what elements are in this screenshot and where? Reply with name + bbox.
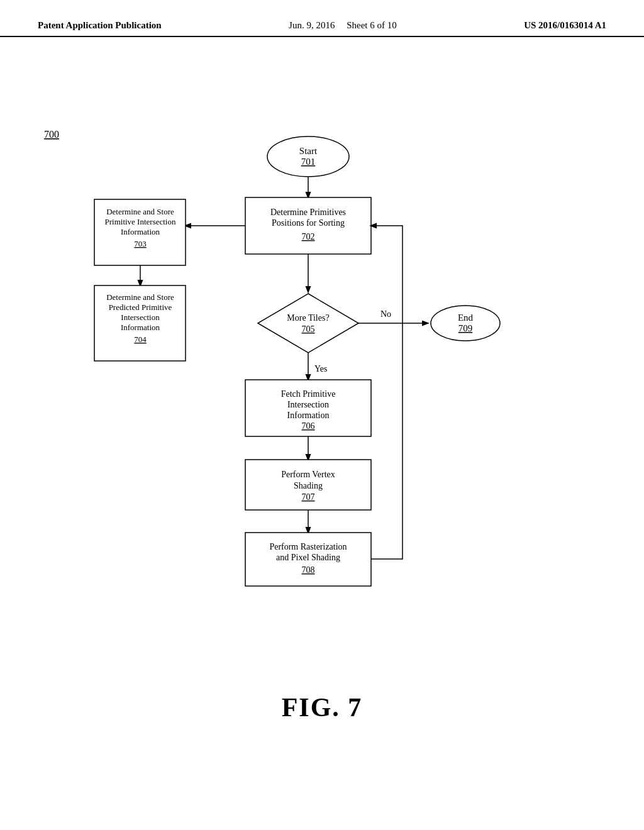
page-header: Patent Application Publication Jun. 9, 2… <box>0 0 644 37</box>
node-705 <box>258 294 358 353</box>
node-703-line3: Information <box>121 227 160 236</box>
flowchart-svg: 700 Start 701 Determine Primitives Posit… <box>38 100 591 729</box>
end-label: End <box>458 313 474 323</box>
node-704-line3: Intersection <box>121 313 160 322</box>
node-706-line2: Intersection <box>287 400 329 409</box>
node-702-ref: 702 <box>302 232 315 241</box>
node-705-ref: 705 <box>302 324 315 334</box>
figure-label: FIG. 7 <box>282 692 363 722</box>
node-704-ref: 704 <box>134 335 147 344</box>
publication-title: Patent Application Publication <box>38 20 162 31</box>
node-707-ref: 707 <box>302 492 315 502</box>
node-703-line2: Primitive Intersection <box>104 217 176 226</box>
yes-label: Yes <box>314 364 327 374</box>
publication-date: Jun. 9, 2016 <box>289 20 335 30</box>
feedback-arrow <box>371 226 402 559</box>
node-707-line1: Perform Vertex <box>281 470 335 479</box>
no-label: No <box>380 309 391 319</box>
node-708-ref: 708 <box>302 565 315 575</box>
node-708-line1: Perform Rasterization <box>269 542 347 551</box>
node-707-line2: Shading <box>294 481 323 490</box>
end-ref: 709 <box>458 323 473 333</box>
start-ref: 701 <box>301 157 316 167</box>
start-label: Start <box>299 146 318 156</box>
patent-number: US 2016/0163014 A1 <box>524 20 606 31</box>
diagram-area: 700 Start 701 Determine Primitives Posit… <box>0 37 644 760</box>
node-708-line2: and Pixel Shading <box>276 553 340 562</box>
node-704-line2: Predicted Primitive <box>109 302 172 312</box>
node-702-line2: Positions for Sorting <box>272 218 345 228</box>
node-706-line1: Fetch Primitive <box>281 389 336 399</box>
node-703-ref: 703 <box>134 239 147 248</box>
node-706-ref: 706 <box>302 421 315 431</box>
node-706-line3: Information <box>287 411 330 420</box>
header-date-sheet: Jun. 9, 2016 Sheet 6 of 10 <box>289 20 397 31</box>
sheet-info: Sheet 6 of 10 <box>347 20 397 30</box>
node-703-line1: Determine and Store <box>106 207 174 216</box>
node-704-line4: Information <box>121 323 160 332</box>
ref-700-label: 700 <box>44 129 59 140</box>
node-704-line1: Determine and Store <box>106 292 174 302</box>
node-702-line1: Determine Primitives <box>270 208 346 217</box>
node-705-label: More Tiles? <box>287 313 329 323</box>
